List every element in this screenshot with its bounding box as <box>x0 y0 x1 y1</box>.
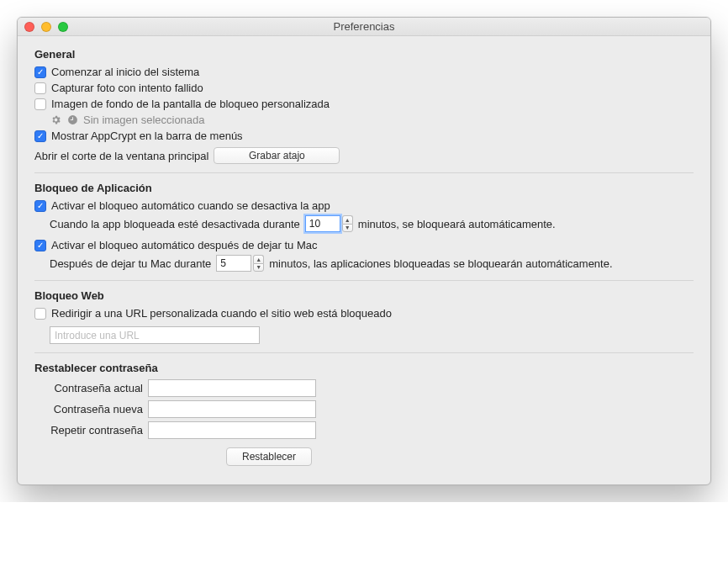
separator <box>34 172 694 173</box>
preferences-window: Preferencias General ✓ Comenzar al inici… <box>17 17 711 485</box>
gear-icon[interactable] <box>50 114 61 126</box>
checkbox-show-menubar[interactable]: ✓ <box>34 130 46 142</box>
zoom-window-button[interactable] <box>58 22 68 32</box>
row-custom-lock-bg: Imagen de fondo de la pantalla de bloque… <box>34 98 694 110</box>
row-redirect-url: Redirigir a una URL personalizada cuando… <box>34 307 694 320</box>
row-open-shortcut: Abrir el corte de la ventana principal G… <box>34 147 694 164</box>
stepper-deactivate: ▲ ▼ <box>305 215 353 232</box>
minimize-window-button[interactable] <box>41 22 51 32</box>
reset-button[interactable]: Restablecer <box>226 447 312 466</box>
checkbox-redirect-url[interactable] <box>34 308 46 320</box>
row-capture-photo: Capturar foto con intento fallido <box>34 82 694 94</box>
label-show-menubar: Mostrar AppCrypt en la barra de menús <box>51 130 243 142</box>
text-deactivate-after: minutos, se bloqueará automáticamente. <box>358 218 556 230</box>
row-start-at-login: ✓ Comenzar al inicio del sistema <box>34 66 694 78</box>
row-auto-lock-leave: ✓ Activar el bloqueo automático después … <box>34 239 694 251</box>
separator <box>34 280 694 281</box>
checkbox-auto-lock-deactivate[interactable]: ✓ <box>34 200 46 212</box>
section-title-weblock: Bloqueo Web <box>34 289 694 302</box>
section-title-reset-pw: Restablecer contraseña <box>34 362 694 374</box>
titlebar: Preferencias <box>18 18 710 36</box>
input-leave-minutes[interactable] <box>216 255 251 272</box>
row-leave-detail: Después de dejar tu Mac durante ▲ ▼ minu… <box>50 255 694 272</box>
stepper-deactivate-up[interactable]: ▲ <box>342 215 353 224</box>
input-pw-current[interactable] <box>148 379 316 397</box>
close-window-button[interactable] <box>24 22 34 32</box>
stepper-deactivate-down[interactable]: ▼ <box>342 224 353 233</box>
password-grid: Contraseña actual Contraseña nueva Repet… <box>34 379 694 439</box>
label-pw-new: Contraseña nueva <box>34 403 148 415</box>
row-show-menubar: ✓ Mostrar AppCrypt en la barra de menús <box>34 130 694 142</box>
row-reset-button: Restablecer <box>34 447 694 466</box>
section-title-applock: Bloqueo de Aplicación <box>34 182 694 194</box>
checkbox-start-at-login[interactable]: ✓ <box>34 66 46 78</box>
input-deactivate-minutes[interactable] <box>305 215 340 232</box>
row-auto-lock-deactivate: ✓ Activar el bloqueo automático cuando s… <box>34 199 694 212</box>
label-auto-lock-leave: Activar el bloqueo automático después de… <box>51 239 318 251</box>
label-custom-lock-bg: Imagen de fondo de la pantalla de bloque… <box>51 98 330 110</box>
input-redirect-url[interactable] <box>50 326 260 344</box>
label-open-shortcut: Abrir el corte de la ventana principal <box>34 150 208 162</box>
window-title: Preferencias <box>18 20 710 33</box>
label-auto-lock-deactivate: Activar el bloqueo automático cuando se … <box>51 199 330 212</box>
separator <box>34 352 694 353</box>
checkbox-capture-photo[interactable] <box>34 82 46 94</box>
label-pw-repeat: Repetir contraseña <box>34 424 148 436</box>
stepper-leave-up[interactable]: ▲ <box>253 255 264 263</box>
row-deactivate-detail: Cuando la app bloqueada esté desactivada… <box>50 215 694 232</box>
label-start-at-login: Comenzar al inicio del sistema <box>51 66 199 78</box>
row-pw-repeat: Repetir contraseña <box>34 421 694 439</box>
stepper-leave-down[interactable]: ▼ <box>253 263 264 272</box>
input-pw-new[interactable] <box>148 400 316 418</box>
record-shortcut-button[interactable]: Grabar atajo <box>214 147 340 164</box>
text-deactivate-before: Cuando la app bloqueada esté desactivada… <box>50 218 300 230</box>
clock-icon[interactable] <box>66 114 78 126</box>
checkbox-custom-lock-bg[interactable] <box>34 98 46 110</box>
row-pw-new: Contraseña nueva <box>34 400 694 418</box>
checkbox-auto-lock-leave[interactable]: ✓ <box>34 240 46 251</box>
label-pw-current: Contraseña actual <box>34 382 148 394</box>
row-no-image-selected: Sin imagen seleccionada <box>50 114 694 126</box>
input-pw-repeat[interactable] <box>148 421 316 439</box>
section-title-general: General <box>34 48 694 61</box>
text-leave-before: Después de dejar tu Mac durante <box>50 257 211 270</box>
label-capture-photo: Capturar foto con intento fallido <box>51 82 203 94</box>
stepper-leave: ▲ ▼ <box>216 255 264 272</box>
row-pw-current: Contraseña actual <box>34 379 694 397</box>
text-leave-after: minutos, las aplicaciones bloqueadas se … <box>269 257 612 270</box>
content: General ✓ Comenzar al inicio del sistema… <box>18 36 710 484</box>
traffic-lights <box>24 22 68 32</box>
label-no-image: Sin imagen seleccionada <box>83 114 205 126</box>
label-redirect-url: Redirigir a una URL personalizada cuando… <box>51 307 392 320</box>
